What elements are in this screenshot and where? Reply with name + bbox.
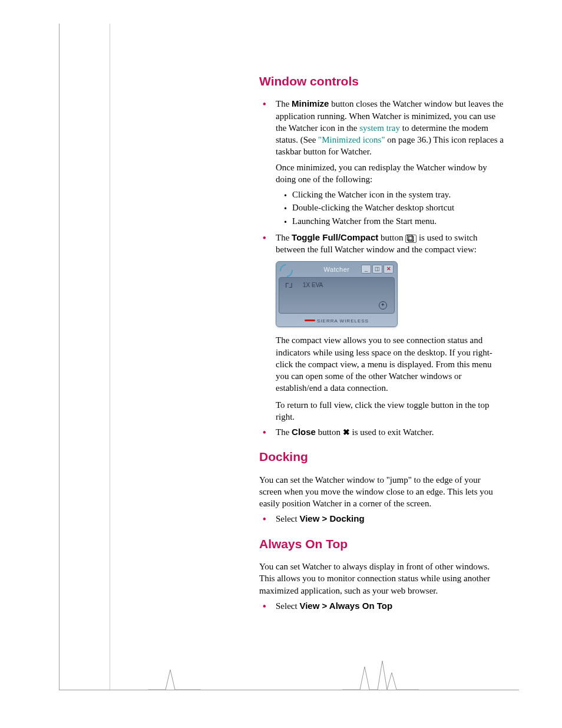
docking-menu-path: View > Docking — [299, 513, 364, 523]
bullet-aot-select: Select View > Always On Top — [259, 600, 504, 612]
text: Select — [276, 514, 299, 523]
watcher-brand: SIERRA WIRELESS — [276, 318, 397, 325]
text: button — [378, 233, 405, 242]
minimize-label: Minimize — [292, 98, 329, 108]
text: button — [316, 427, 343, 437]
close-icon: ✖ — [343, 427, 350, 438]
sub-item-startmenu: Launching Watcher from the Start menu. — [284, 215, 504, 227]
docking-para: You can set the Watcher window to "jump"… — [259, 474, 504, 510]
always-on-top-para: You can set Watcher to always display in… — [259, 561, 504, 597]
pulse-decoration-right — [342, 655, 419, 690]
heading-window-controls: Window controls — [259, 73, 504, 90]
pulse-decoration-left — [148, 655, 201, 690]
compact-description: The compact view allows you to see conne… — [276, 334, 504, 394]
text: The — [276, 427, 292, 437]
text: The — [276, 99, 292, 108]
toggle-icon: ⿻ — [405, 235, 416, 243]
watcher-mode: 1X EVA — [303, 281, 323, 289]
bullet-minimize: The Minimize button closes the Watcher w… — [259, 98, 504, 227]
watcher-brand-text: SIERRA WIRELESS — [317, 318, 369, 324]
text: is used to exit Watcher. — [350, 427, 434, 437]
watcher-close-icon[interactable]: ✕ — [384, 265, 394, 274]
watcher-minimize-icon[interactable]: _ — [361, 265, 371, 274]
bullet-close: The Close button ✖ is used to exit Watch… — [259, 426, 504, 438]
close-list: The Close button ✖ is used to exit Watch… — [259, 426, 504, 438]
signal-antenna-icon: ᒥᒧ — [285, 281, 293, 290]
heading-docking: Docking — [259, 449, 504, 465]
always-on-top-list: Select View > Always On Top — [259, 600, 504, 612]
redisplay-options: Clicking the Watcher icon in the system … — [284, 189, 504, 227]
watcher-compact-screenshot: Watcher _ ◫ ✕ ᒥᒧ 1X EVA ✦ SIERRA WIRELES… — [276, 261, 398, 327]
text: The — [276, 233, 292, 242]
sub-item-shortcut: Double-clicking the Watcher desktop shor… — [284, 202, 504, 213]
return-full-view: To return to full view, click the view t… — [276, 399, 504, 423]
bullet-toggle: The Toggle Full/Compact button ⿻ is used… — [259, 232, 504, 256]
watcher-body: ᒥᒧ 1X EVA ✦ — [279, 277, 395, 314]
page-content: Window controls The Minimize button clos… — [259, 73, 504, 618]
text: Select — [276, 601, 299, 611]
link-system-tray[interactable]: system tray — [359, 123, 400, 133]
window-controls-list: The Minimize button closes the Watcher w… — [259, 98, 504, 255]
toggle-label: Toggle Full/Compact — [292, 232, 378, 242]
inner-margin-rule — [110, 24, 111, 690]
link-minimized-icons[interactable]: "Minimized icons" — [318, 135, 385, 144]
sub-item-tray: Clicking the Watcher icon in the system … — [284, 189, 504, 200]
gps-icon: ✦ — [379, 301, 387, 309]
watcher-window-controls: _ ◫ ✕ — [361, 265, 394, 274]
aot-menu-path: View > Always On Top — [299, 601, 392, 611]
bullet-docking-select: Select View > Docking — [259, 513, 504, 525]
redisplay-para: Once minimized, you can redisplay the Wa… — [276, 162, 504, 186]
close-label: Close — [292, 427, 316, 437]
heading-always-on-top: Always On Top — [259, 536, 504, 552]
docking-list: Select View > Docking — [259, 513, 504, 525]
watcher-toggle-icon[interactable]: ◫ — [372, 265, 382, 274]
